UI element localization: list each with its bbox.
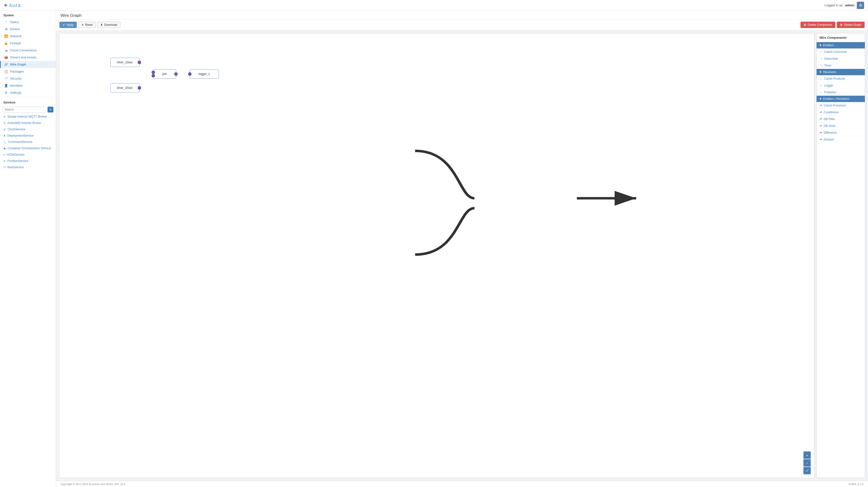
sidebar-item-device[interactable]: 🖥 Device bbox=[0, 26, 56, 33]
position-icon: ✈ bbox=[3, 160, 6, 163]
apply-button[interactable]: ✔ Apply bbox=[59, 22, 77, 28]
components-panel: Wire Components ▼ Emitters → Camel Consu… bbox=[816, 33, 865, 478]
output-port-timer20[interactable] bbox=[138, 86, 141, 90]
sidebar-item-packages[interactable]: 📋 Packages bbox=[0, 68, 56, 75]
node-logger-1[interactable]: logger_1 bbox=[190, 69, 219, 79]
drivers-icon: 📦 bbox=[4, 56, 8, 59]
comp-item-conditional[interactable]: ⇌ Conditional bbox=[816, 109, 865, 116]
comp-item-db-filter[interactable]: ⇌ DB Filter bbox=[816, 116, 865, 123]
service-label: Simple Artemis MQTT Broker bbox=[7, 115, 47, 118]
services-search-row: + bbox=[0, 106, 56, 113]
sidebar-item-label: Firewall bbox=[10, 41, 21, 45]
node-label: timer_10sec bbox=[117, 61, 133, 64]
comp-label: Camel Producer bbox=[824, 77, 845, 80]
page-title-bar: Wire Graph bbox=[56, 11, 868, 20]
node-label: join bbox=[162, 72, 167, 76]
comp-item-camel-processor[interactable]: ⇌ Camel Processor bbox=[816, 102, 865, 109]
toolbar: ✔ Apply ✕ Reset ⬇ Download 🗑 Delete Comp… bbox=[56, 20, 868, 30]
delete-component-icon: 🗑 bbox=[804, 23, 807, 27]
receiver-arrow-icon: ← bbox=[819, 77, 823, 80]
input-port-logger[interactable] bbox=[188, 72, 191, 76]
service-item-simple-artemis[interactable]: ≋ Simple Artemis MQTT Broker bbox=[0, 113, 56, 120]
node-join[interactable]: join bbox=[153, 69, 176, 79]
service-item-deployment[interactable]: ⬇ DeploymentService bbox=[0, 132, 56, 139]
service-item-activemq[interactable]: ≋ ActiveMQ Artemis Broker bbox=[0, 120, 56, 126]
sidebar-item-firewall[interactable]: 🔒 Firewall bbox=[0, 40, 56, 47]
output-port-timer10[interactable] bbox=[138, 61, 141, 64]
receivers-label: Receivers bbox=[823, 70, 836, 74]
emitters-section-header[interactable]: ▼ Emitters bbox=[816, 42, 865, 48]
comp-item-logger[interactable]: ← Logger bbox=[816, 82, 865, 89]
node-timer-20sec[interactable]: timer_20sec bbox=[111, 83, 140, 93]
comp-item-division[interactable]: ⇌ Division bbox=[816, 136, 865, 143]
receiver-arrow-icon: ← bbox=[819, 90, 823, 94]
zoom-in-button[interactable]: + bbox=[803, 451, 811, 459]
service-label: ClockService bbox=[7, 128, 25, 131]
delete-graph-icon: 🗑 bbox=[840, 23, 843, 27]
download-label: Download bbox=[104, 23, 117, 27]
sidebar-item-settings[interactable]: ⚙ Settings bbox=[0, 89, 56, 96]
sidebar-item-cloud-connections[interactable]: ☁ Cloud Connections bbox=[0, 47, 56, 54]
sidebar-item-label: Cloud Connections bbox=[10, 48, 37, 52]
comp-item-difference[interactable]: ⇌ Difference bbox=[816, 129, 865, 136]
download-button[interactable]: ⬇ Download bbox=[97, 22, 120, 28]
comp-label: DB Store bbox=[824, 124, 836, 128]
search-input[interactable] bbox=[2, 107, 46, 112]
emrec-arrow-icon: ⇌ bbox=[819, 124, 822, 128]
comp-label: Conditional bbox=[824, 110, 838, 114]
output-port-join[interactable] bbox=[174, 72, 178, 76]
emitters-label: Emitters bbox=[823, 43, 834, 47]
network-icon: 📶 bbox=[4, 34, 8, 38]
page-title: Wire Graph bbox=[60, 13, 82, 18]
comp-item-publisher[interactable]: ← Publisher bbox=[816, 89, 865, 96]
cloud-icon: ☁ bbox=[4, 48, 8, 52]
comp-item-subscriber[interactable]: → Subscriber bbox=[816, 55, 865, 62]
reset-button[interactable]: ✕ Reset bbox=[78, 22, 96, 28]
comp-item-timer[interactable]: → Timer bbox=[816, 62, 865, 69]
comp-label: Difference bbox=[824, 131, 837, 134]
service-item-container[interactable]: ◉ Container Orchestration Service bbox=[0, 145, 56, 152]
firewall-icon: 🔒 bbox=[4, 41, 8, 45]
delete-graph-button[interactable]: 🗑 Delete Graph bbox=[837, 22, 865, 28]
service-item-clock[interactable]: ◎ ClockService bbox=[0, 126, 56, 132]
input-port-join-bottom[interactable] bbox=[152, 74, 155, 77]
zoom-out-button[interactable]: − bbox=[803, 459, 811, 466]
sidebar-item-drivers-assets[interactable]: 📦 Drivers and Assets bbox=[0, 54, 56, 61]
apply-label: Apply bbox=[66, 23, 73, 27]
zoom-fit-button[interactable]: ⤢ bbox=[803, 467, 811, 474]
comp-item-camel-producer[interactable]: ← Camel Producer bbox=[816, 75, 865, 82]
delete-graph-label: Delete Graph bbox=[844, 23, 861, 27]
wire-connections-svg bbox=[59, 33, 814, 478]
emitters-receivers-section-header[interactable]: ▼ Emitters / Receivers bbox=[816, 96, 865, 102]
service-item-rest[interactable]: ↺ RestService bbox=[0, 164, 56, 170]
toolbar-right: 🗑 Delete Component 🗑 Delete Graph bbox=[801, 22, 865, 28]
add-service-button[interactable]: + bbox=[48, 107, 53, 112]
receivers-section-header[interactable]: ▼ Receivers bbox=[816, 69, 865, 75]
sidebar-item-wire-graph[interactable]: 🔗 Wire Graph bbox=[0, 61, 56, 68]
service-item-command[interactable]: >_ CommandService bbox=[0, 139, 56, 145]
service-item-h2db[interactable]: ≡ H2DbService bbox=[0, 152, 56, 158]
logged-in-label: Logged in as bbox=[825, 3, 842, 7]
settings-gear-button[interactable]: ⚙ bbox=[857, 2, 864, 9]
service-item-position[interactable]: ✈ PositionService bbox=[0, 158, 56, 164]
sidebar-item-security[interactable]: 🛡 Security bbox=[0, 75, 56, 82]
download-icon: ⬇ bbox=[100, 23, 103, 27]
sidebar-item-label: Network bbox=[10, 34, 22, 38]
wire-graph-icon: 🔗 bbox=[4, 63, 8, 66]
sidebar-item-identities[interactable]: 👤 Identities bbox=[0, 82, 56, 89]
delete-component-button[interactable]: 🗑 Delete Component bbox=[801, 22, 835, 28]
command-icon: >_ bbox=[3, 140, 7, 143]
header-right: Logged in as admin ⚙ bbox=[825, 2, 864, 9]
comp-item-camel-consumer[interactable]: → Camel Consumer bbox=[816, 48, 865, 55]
logo-text: kura bbox=[9, 2, 21, 8]
node-timer-10sec[interactable]: timer_10sec bbox=[111, 58, 140, 67]
sidebar-item-status[interactable]: ! Status bbox=[0, 19, 56, 26]
delete-component-label: Delete Component bbox=[808, 23, 832, 27]
sidebar-item-network[interactable]: 📶 Network bbox=[0, 33, 56, 40]
sidebar-item-label: Status bbox=[10, 20, 19, 24]
comp-item-db-store[interactable]: ⇌ DB Store bbox=[816, 123, 865, 129]
input-port-join-top[interactable] bbox=[152, 71, 155, 74]
system-section-title: System bbox=[0, 11, 56, 19]
wire-canvas[interactable]: timer_10sec timer_20sec join bbox=[59, 33, 814, 478]
receiver-arrow-icon: ← bbox=[819, 84, 823, 87]
